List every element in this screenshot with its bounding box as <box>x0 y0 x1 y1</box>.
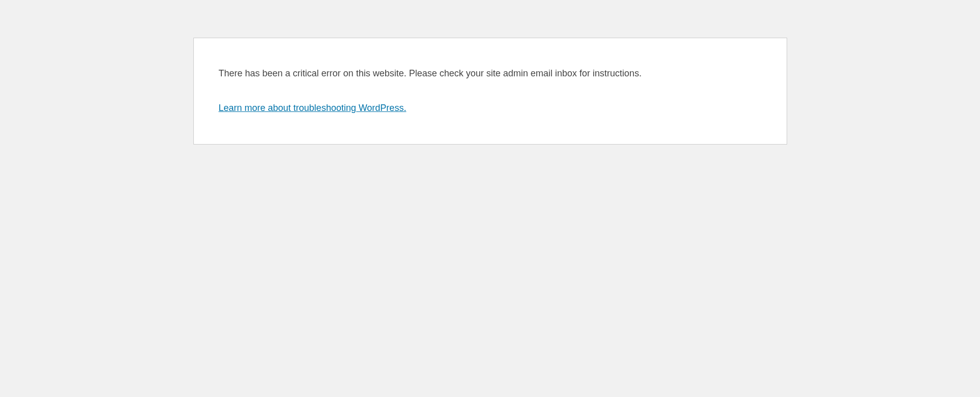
error-message: There has been a critical error on this … <box>219 67 762 80</box>
troubleshoot-link[interactable]: Learn more about troubleshooting WordPre… <box>219 103 407 113</box>
error-panel: There has been a critical error on this … <box>193 38 787 145</box>
